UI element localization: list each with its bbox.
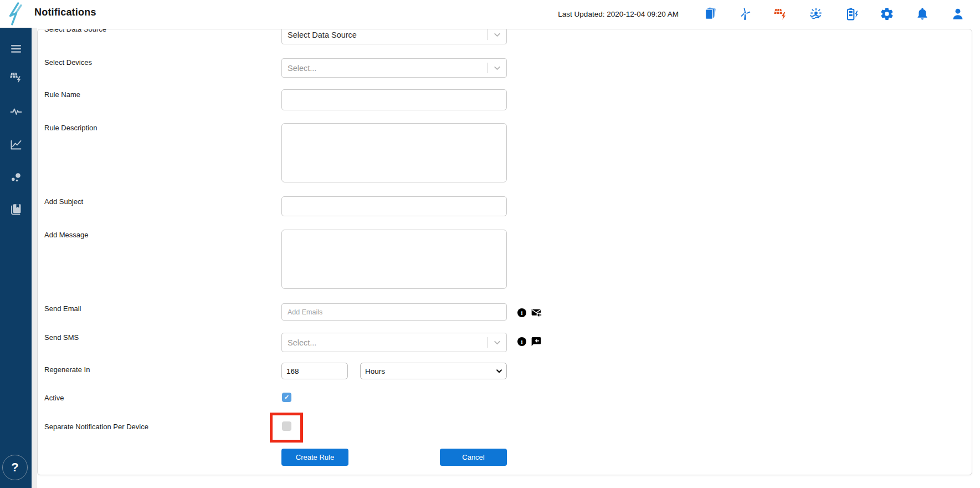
chevron-down-icon xyxy=(488,338,506,347)
rule-description-textarea[interactable] xyxy=(281,123,507,182)
devices-placeholder: Select... xyxy=(282,64,487,73)
last-updated-text: Last Updated: 2020-12-04 09:20 AM xyxy=(558,10,679,18)
send-sms-placeholder: Select... xyxy=(282,338,487,347)
notification-rule-form-card: Select Data Source Select Data Source Se… xyxy=(37,29,972,475)
regenerate-unit-wrap: Hours xyxy=(360,363,507,379)
rule-description-label: Rule Description xyxy=(44,124,97,133)
sidebar-nav: ? xyxy=(0,28,32,488)
add-subject-label: Add Subject xyxy=(44,197,83,206)
sms-info-icon[interactable]: i xyxy=(517,337,526,346)
cancel-button[interactable]: Cancel xyxy=(440,449,507,466)
email-info-icon[interactable]: i xyxy=(517,308,526,317)
separate-notification-checkbox[interactable] xyxy=(282,421,291,431)
devices-select[interactable]: Select... xyxy=(281,58,507,78)
send-email-icon[interactable] xyxy=(531,307,542,318)
app-logo-lightning-icon[interactable] xyxy=(5,2,26,26)
battery-icon[interactable] xyxy=(844,7,859,22)
sidebar-item-line-chart[interactable] xyxy=(0,138,32,152)
floating-solar-icon[interactable] xyxy=(809,7,824,22)
menu-icon[interactable] xyxy=(0,42,32,56)
regenerate-value-input[interactable] xyxy=(281,363,348,379)
devices-label: Select Devices xyxy=(44,58,92,67)
wind-turbine-icon[interactable] xyxy=(738,7,753,22)
add-subject-input[interactable] xyxy=(281,196,507,216)
data-source-select[interactable]: Select Data Source xyxy=(281,29,507,44)
top-header: Notifications Last Updated: 2020-12-04 0… xyxy=(0,0,980,28)
rule-name-input[interactable] xyxy=(281,89,507,110)
sidebar-item-activity-pulse[interactable] xyxy=(0,104,32,119)
send-email-input[interactable] xyxy=(281,303,507,321)
active-label: Active xyxy=(44,394,64,403)
notifications-bell-icon[interactable] xyxy=(915,7,930,22)
scrollbar-track[interactable] xyxy=(32,28,37,488)
separate-notification-label: Separate Notification Per Device xyxy=(44,423,148,431)
send-sms-select[interactable]: Select... xyxy=(281,333,507,352)
user-icon[interactable] xyxy=(951,7,966,22)
add-message-label: Add Message xyxy=(44,231,89,240)
send-sms-label: Send SMS xyxy=(44,333,79,342)
app-window: Notifications Last Updated: 2020-12-04 0… xyxy=(0,0,980,488)
create-rule-button[interactable]: Create Rule xyxy=(281,449,348,466)
settings-gear-icon[interactable] xyxy=(880,7,895,22)
send-email-label: Send Email xyxy=(44,304,81,313)
help-question-mark: ? xyxy=(11,460,18,475)
chevron-down-icon xyxy=(488,63,506,73)
sidebar-item-solar-panel[interactable] xyxy=(0,70,32,85)
send-sms-icon[interactable] xyxy=(531,336,542,347)
chevron-down-icon xyxy=(488,30,506,39)
page-title: Notifications xyxy=(34,7,96,18)
active-checkbox[interactable] xyxy=(282,393,291,402)
regenerate-unit-select[interactable]: Hours xyxy=(360,363,507,379)
header-right-cluster: Last Updated: 2020-12-04 09:20 AM xyxy=(558,0,976,28)
data-source-label: Select Data Source xyxy=(44,29,106,34)
add-message-textarea[interactable] xyxy=(281,230,507,289)
regenerate-in-label: Regenerate In xyxy=(44,365,90,374)
sidebar-item-scatter[interactable] xyxy=(0,170,32,185)
rule-name-label: Rule Name xyxy=(44,90,80,99)
pages-icon[interactable] xyxy=(702,7,717,22)
sidebar-item-reports-book[interactable] xyxy=(0,202,32,216)
help-button[interactable]: ? xyxy=(2,455,28,480)
data-source-value: Select Data Source xyxy=(282,30,487,39)
solar-panel-icon[interactable] xyxy=(773,7,788,22)
